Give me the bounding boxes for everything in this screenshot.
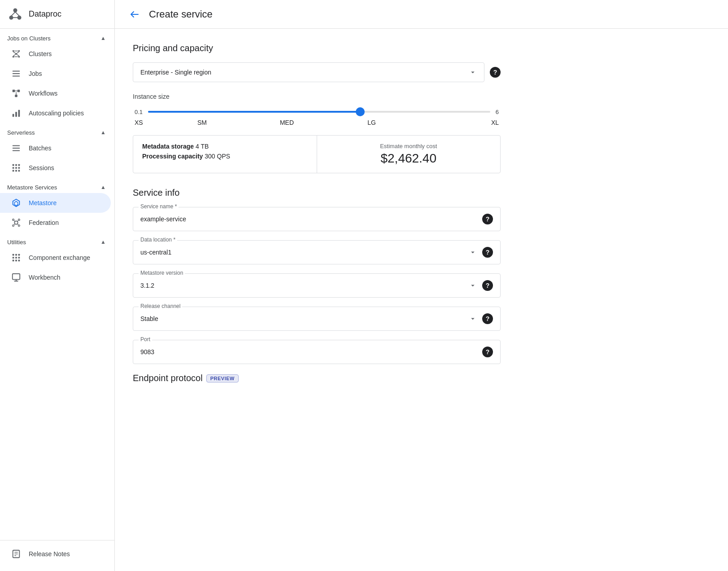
data-location-help-icon[interactable]: ? [482, 247, 493, 258]
sidebar-item-workflows[interactable]: Workflows [0, 83, 111, 103]
sidebar-section-jobs-on-clusters: Jobs on Clusters ▲ Clusters Jobs Workflo… [0, 29, 114, 123]
metastore-section-header[interactable]: Metastore Services ▲ [0, 178, 114, 193]
sessions-label: Sessions [29, 164, 54, 171]
utilities-title: Utilities [7, 239, 26, 246]
slider-tick-med: MED [244, 119, 329, 126]
endpoint-protocol-title: Endpoint protocol [133, 373, 203, 383]
svg-point-9 [13, 56, 14, 58]
svg-point-46 [18, 225, 20, 227]
clusters-label: Clusters [29, 50, 52, 57]
svg-point-7 [18, 50, 20, 52]
pricing-section: Pricing and capacity Enterprise - Single… [133, 43, 501, 173]
svg-rect-27 [18, 110, 20, 117]
metadata-storage-value: 4 TB [196, 143, 209, 150]
utilities-section-header[interactable]: Utilities ▲ [0, 233, 114, 248]
svg-line-47 [14, 220, 15, 221]
sidebar-item-release-notes[interactable]: Release Notes [0, 544, 111, 564]
sidebar-section-utilities: Utilities ▲ Component exchange Workbench [0, 233, 114, 287]
release-channel-help-icon[interactable]: ? [482, 313, 493, 324]
tier-dropdown-arrow [469, 68, 477, 76]
utilities-chevron: ▲ [99, 238, 107, 246]
release-notes-label: Release Notes [29, 550, 70, 558]
svg-line-50 [17, 224, 18, 225]
port-help-icon[interactable]: ? [482, 347, 493, 357]
metastore-label: Metastore [29, 199, 57, 206]
sidebar-item-jobs[interactable]: Jobs [0, 64, 111, 83]
svg-rect-34 [13, 167, 14, 169]
svg-rect-36 [18, 167, 20, 169]
metadata-storage-row: Metadata storage 4 TB [142, 143, 308, 150]
tier-dropdown-value: Enterprise - Single region [140, 69, 211, 76]
sidebar: Dataproc Jobs on Clusters ▲ Clusters Job… [0, 0, 115, 571]
metastore-icon [11, 198, 22, 208]
release-channel-row: Stable ? [133, 307, 500, 330]
svg-point-43 [13, 219, 14, 221]
serverless-section-header[interactable]: Serverless ▲ [0, 123, 114, 138]
sessions-icon [11, 163, 22, 173]
slider-ticks: XS SM MED LG XL [135, 119, 499, 126]
slider-thumb[interactable] [356, 107, 365, 116]
service-info-title: Service info [133, 188, 501, 198]
svg-line-49 [14, 224, 15, 225]
sidebar-item-batches[interactable]: Batches [0, 138, 111, 158]
slider-min: 0.1 [135, 109, 143, 115]
release-channel-label: Release channel [139, 303, 182, 309]
metastore-version-value: 3.1.2 [140, 282, 469, 289]
svg-rect-60 [13, 274, 20, 280]
data-location-arrow [469, 248, 477, 256]
workbench-label: Workbench [29, 274, 61, 281]
sidebar-header: Dataproc [0, 0, 114, 29]
back-button[interactable] [126, 5, 144, 23]
service-name-label: Service name * [139, 203, 179, 210]
slider-row: 0.1 6 [135, 107, 499, 116]
sidebar-item-federation[interactable]: Federation [0, 213, 111, 233]
component-exchange-label: Component exchange [29, 254, 90, 261]
data-location-field: Data location * us-central1 ? [133, 240, 501, 264]
service-info-section: Service info Service name * ? Data locat… [133, 188, 501, 383]
service-name-input[interactable] [140, 215, 482, 223]
pricing-section-title: Pricing and capacity [133, 43, 501, 53]
autoscaling-icon [11, 108, 22, 119]
sidebar-item-metastore[interactable]: Metastore [0, 193, 111, 213]
svg-rect-39 [18, 170, 20, 172]
metadata-storage-key: Metadata storage [142, 143, 194, 150]
svg-line-15 [17, 54, 19, 56]
service-name-field: Service name * ? [133, 207, 501, 231]
svg-rect-28 [13, 145, 20, 146]
svg-point-10 [18, 56, 20, 58]
svg-line-48 [17, 220, 18, 221]
svg-rect-54 [13, 257, 14, 259]
metastore-version-arrow [469, 281, 477, 290]
sidebar-item-clusters[interactable]: Clusters [0, 44, 111, 64]
sidebar-item-autoscaling[interactable]: Autoscaling policies [0, 103, 111, 123]
slider-tick-lg: LG [329, 119, 414, 126]
serverless-chevron: ▲ [99, 128, 107, 136]
slider-wrapper[interactable] [148, 107, 490, 116]
port-field: Port ? [133, 340, 501, 364]
sidebar-item-sessions[interactable]: Sessions [0, 158, 111, 178]
sidebar-item-workbench[interactable]: Workbench [0, 268, 111, 287]
slider-tick-xl: XL [414, 119, 499, 126]
endpoint-protocol-section: Endpoint protocol PREVIEW [133, 373, 501, 383]
svg-rect-29 [13, 148, 20, 149]
service-name-help-icon[interactable]: ? [482, 214, 493, 224]
svg-rect-52 [15, 254, 17, 256]
svg-rect-57 [13, 260, 14, 262]
svg-rect-53 [18, 254, 20, 256]
slider-tick-sm: SM [160, 119, 244, 126]
svg-rect-58 [15, 260, 17, 262]
pricing-left: Metadata storage 4 TB Processing capacit… [133, 136, 317, 173]
port-input[interactable] [140, 348, 482, 356]
release-channel-field: Release channel Stable ? [133, 307, 501, 331]
tier-dropdown-container: Enterprise - Single region ? [133, 62, 501, 82]
svg-rect-31 [13, 164, 14, 166]
jobs-on-clusters-section-header[interactable]: Jobs on Clusters ▲ [0, 29, 114, 44]
tier-help-icon[interactable]: ? [490, 67, 501, 78]
pricing-box: Metadata storage 4 TB Processing capacit… [133, 135, 501, 173]
main-content-area: Create service Pricing and capacity Ente… [115, 0, 728, 571]
processing-capacity-value: 300 QPS [205, 153, 230, 160]
metastore-version-help-icon[interactable]: ? [482, 280, 493, 291]
sidebar-divider [0, 540, 114, 540]
sidebar-item-component-exchange[interactable]: Component exchange [0, 248, 111, 268]
tier-dropdown[interactable]: Enterprise - Single region [133, 62, 484, 82]
